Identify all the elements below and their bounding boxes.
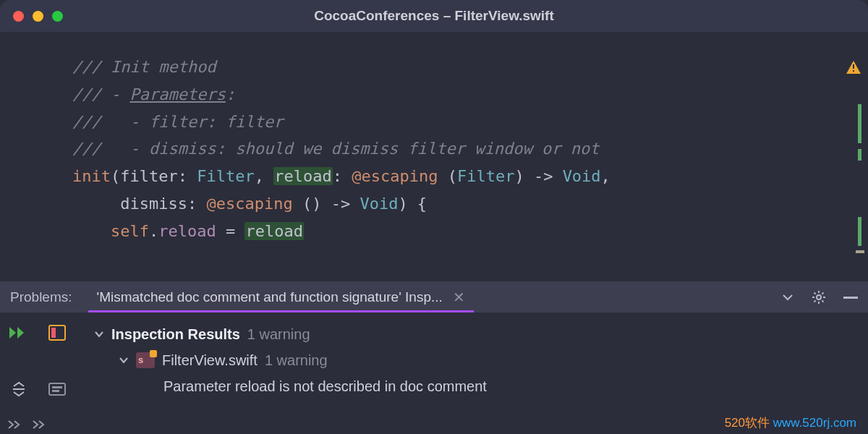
type-filter: Filter: [197, 167, 254, 185]
svg-line-9: [814, 300, 816, 302]
doc-comment-line: /// Init method: [72, 58, 216, 76]
tree-issue-row[interactable]: Parameter reload is not described in doc…: [87, 373, 487, 399]
problems-label: Problems:: [0, 289, 88, 305]
svg-rect-17: [52, 390, 59, 392]
svg-rect-14: [13, 388, 25, 390]
hide-panel-icon[interactable]: [843, 292, 858, 302]
inspection-tab-title: 'Mismatched doc comment and function sig…: [97, 289, 443, 305]
param-reload: reload: [274, 167, 331, 185]
svg-rect-1: [853, 70, 854, 72]
attr-escaping: @escaping: [352, 167, 438, 185]
tree-root-row[interactable]: Inspection Results 1 warning: [87, 321, 487, 347]
inspection-tab[interactable]: 'Mismatched doc comment and function sig…: [88, 281, 474, 312]
svg-rect-16: [52, 386, 62, 388]
maximize-window-button[interactable]: [52, 11, 63, 22]
close-window-button[interactable]: [13, 11, 24, 22]
window-title: CocoaConferences – FilterView.swift: [0, 8, 868, 24]
tree-file-row[interactable]: FilterView.swift 1 warning: [87, 347, 487, 373]
change-marker[interactable]: [858, 217, 861, 246]
chevron-down-icon[interactable]: [781, 291, 794, 304]
rerun-inspection-button[interactable]: [7, 323, 30, 343]
type-void: Void: [563, 167, 601, 185]
change-marker[interactable]: [858, 104, 861, 143]
traffic-lights: [13, 11, 63, 22]
svg-rect-0: [853, 64, 854, 69]
warning-icon[interactable]: [846, 61, 861, 74]
param-dismiss: dismiss: [120, 195, 187, 213]
code-editor[interactable]: /// Init method /// - Parameters: /// - …: [0, 32, 868, 281]
problems-toolbar: [0, 312, 84, 434]
minimize-window-button[interactable]: [33, 11, 43, 22]
svg-line-10: [822, 292, 823, 294]
group-by-button[interactable]: [46, 379, 69, 399]
chevron-down-icon[interactable]: [94, 329, 104, 339]
svg-rect-15: [49, 383, 65, 395]
problems-tabbar: Problems: 'Mismatched doc comment and fu…: [0, 281, 868, 312]
highlight-in-editor-button[interactable]: [46, 323, 69, 343]
gear-icon[interactable]: [812, 290, 826, 305]
expand-all-button[interactable]: [7, 379, 30, 399]
svg-rect-11: [843, 297, 858, 299]
issue-message: Parameter reload is not described in doc…: [163, 373, 487, 399]
type-void-2: Void: [359, 195, 398, 213]
assign-eq: =: [216, 222, 245, 240]
param-filter: filter: [120, 167, 177, 185]
doc-comment-line: /// - dismiss: should we dismiss filter …: [72, 140, 599, 158]
problems-panel: Inspection Results 1 warning FilterView.…: [0, 312, 868, 434]
svg-rect-13: [51, 328, 56, 338]
property-reload: reload: [158, 222, 216, 240]
inspection-results-title: Inspection Results: [111, 321, 240, 347]
svg-line-7: [814, 292, 816, 294]
file-warning-count: 1 warning: [265, 347, 328, 373]
more-tools-icon[interactable]: [7, 420, 22, 430]
chevron-down-icon[interactable]: [119, 355, 129, 365]
swift-file-icon: [136, 352, 155, 368]
attr-escaping-2: @escaping: [206, 195, 292, 213]
doc-comment-line: /// -: [72, 85, 129, 103]
more-tools-icon[interactable]: [32, 420, 46, 430]
doc-colon: :: [226, 85, 235, 103]
inspection-results-count: 1 warning: [247, 321, 310, 347]
problems-tree[interactable]: Inspection Results 1 warning FilterView.…: [84, 312, 487, 434]
keyword-init: init: [72, 167, 111, 185]
expand-toolbar: [7, 420, 46, 430]
doc-comment-line: /// - filter: filter: [72, 113, 283, 131]
window-titlebar: CocoaConferences – FilterView.swift: [0, 0, 868, 32]
watermark-text: 520软件 www.520rj.com: [725, 414, 856, 431]
caret-position-marker: [856, 250, 864, 253]
type-filter-2: Filter: [457, 167, 514, 185]
svg-line-8: [822, 300, 823, 302]
ident-reload-rhs: reload: [245, 222, 302, 240]
doc-parameters-keyword: Parameters: [129, 85, 225, 103]
editor-gutter-marks: [854, 32, 864, 281]
svg-point-2: [817, 295, 821, 299]
file-name-label: FilterView.swift: [162, 347, 258, 373]
close-tab-icon[interactable]: ✕: [453, 289, 465, 306]
change-marker[interactable]: [858, 149, 861, 161]
keyword-self: self: [111, 222, 149, 240]
